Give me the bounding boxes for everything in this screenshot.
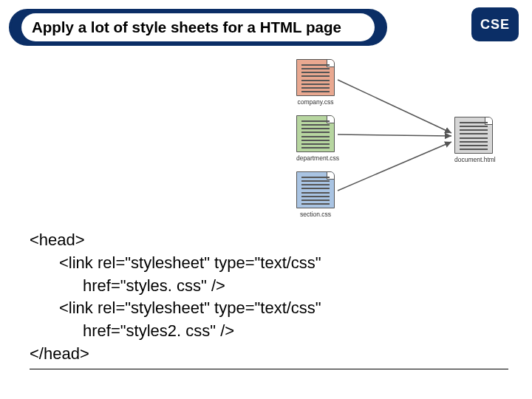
title-bar: Apply a lot of style sheets for a HTML p… xyxy=(9,9,387,46)
code-line: </head> xyxy=(30,344,89,363)
document-icon xyxy=(296,115,335,152)
slide-title: Apply a lot of style sheets for a HTML p… xyxy=(21,13,375,41)
badge-cse: CSE xyxy=(471,7,519,41)
code-line: href="styles2. css" /> xyxy=(30,320,321,343)
document-icon xyxy=(454,117,493,154)
file-label: document.html xyxy=(454,156,493,163)
document-icon xyxy=(296,171,335,208)
stylesheet-diagram: company.css department.css section.css d… xyxy=(262,59,510,222)
svg-line-1 xyxy=(338,134,451,136)
svg-line-0 xyxy=(338,80,451,133)
code-line: <link rel="stylesheet" type="text/css" xyxy=(30,297,321,320)
file-company-css: company.css xyxy=(296,59,335,106)
code-snippet: <head> <link rel="stylesheet" type="text… xyxy=(30,229,321,366)
svg-line-2 xyxy=(338,142,451,191)
file-section-css: section.css xyxy=(296,171,335,219)
code-line: href="styles. css" /> xyxy=(30,275,321,298)
document-icon xyxy=(296,59,335,96)
file-label: company.css xyxy=(296,98,335,106)
file-label: section.css xyxy=(296,211,335,218)
file-label: department.css xyxy=(296,154,335,162)
code-line: <head> xyxy=(30,231,85,249)
divider xyxy=(30,369,508,369)
file-department-css: department.css xyxy=(296,115,335,163)
code-line: <link rel="stylesheet" type="text/css" xyxy=(30,252,321,275)
file-document-html: document.html xyxy=(454,117,493,164)
